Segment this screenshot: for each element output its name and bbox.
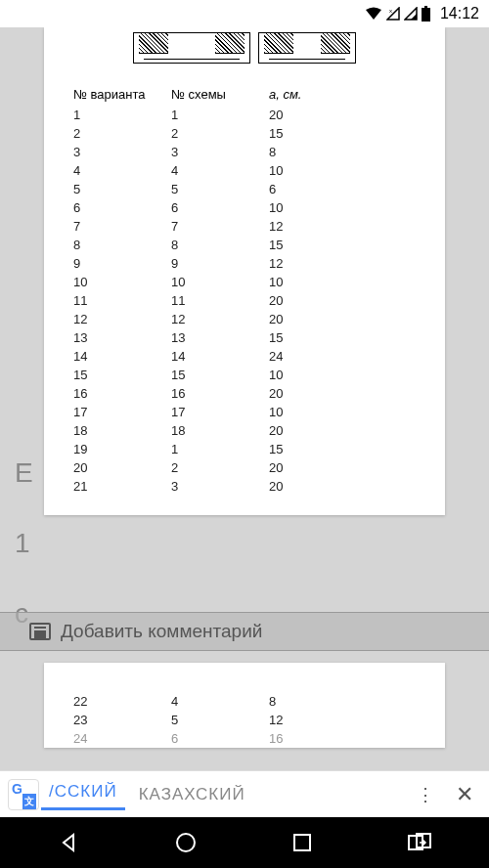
- cell-variant: 14: [73, 349, 171, 364]
- cell-a: 12: [269, 219, 416, 234]
- add-comment-bar[interactable]: Добавить комментарий: [0, 612, 489, 651]
- cell-variant: 21: [73, 479, 171, 494]
- table-row: 101010: [73, 273, 416, 291]
- cell-variant: 9: [73, 256, 171, 271]
- back-button[interactable]: [58, 832, 79, 853]
- table-row: 161620: [73, 384, 416, 403]
- background-text-hints: Е 1 с: [15, 457, 33, 629]
- cell-scheme: 16: [171, 386, 269, 401]
- cell-variant: 24: [73, 731, 171, 746]
- header-a-cm: a, см.: [269, 87, 416, 102]
- dual-window-button[interactable]: [408, 833, 431, 852]
- google-translate-bar: /ССКИЙ КАЗАХСКИЙ ⋮ ✕: [0, 770, 489, 817]
- table-row: 8815: [73, 236, 416, 254]
- cell-a: 20: [269, 386, 416, 401]
- diagram-left: [133, 32, 250, 64]
- cell-variant: 10: [73, 275, 171, 289]
- cell-scheme: 4: [171, 163, 269, 178]
- svg-text:x: x: [389, 8, 392, 14]
- more-options-icon[interactable]: ⋮: [409, 786, 442, 803]
- cell-a: 12: [269, 256, 416, 271]
- cell-a: 10: [269, 163, 416, 178]
- cell-scheme: 6: [171, 200, 269, 215]
- cell-variant: 8: [73, 238, 171, 252]
- cell-a: 6: [269, 182, 416, 196]
- cell-scheme: 1: [171, 442, 269, 456]
- cell-scheme: 6: [171, 731, 269, 746]
- cell-variant: 7: [73, 219, 171, 234]
- table-row: 9912: [73, 254, 416, 273]
- cell-variant: 13: [73, 330, 171, 345]
- signal-icon-1: x: [386, 7, 400, 21]
- cell-a: 12: [269, 713, 416, 727]
- cell-a: 15: [269, 238, 416, 252]
- table-row: 19115: [73, 440, 416, 458]
- cell-scheme: 14: [171, 349, 269, 364]
- cell-variant: 3: [73, 145, 171, 159]
- android-nav-bar: [0, 817, 489, 868]
- table-row: 141424: [73, 347, 416, 366]
- cell-variant: 20: [73, 460, 171, 475]
- language-kazakh[interactable]: КАЗАХСКИЙ: [131, 781, 253, 808]
- cell-variant: 17: [73, 405, 171, 419]
- table-row: 20220: [73, 458, 416, 477]
- cell-a: 8: [269, 145, 416, 159]
- cell-variant: 16: [73, 386, 171, 401]
- table-row: 556: [73, 180, 416, 198]
- cell-variant: 22: [73, 694, 171, 709]
- cell-a: 8: [269, 694, 416, 709]
- cell-variant: 5: [73, 182, 171, 196]
- cell-variant: 4: [73, 163, 171, 178]
- cell-variant: 6: [73, 200, 171, 215]
- cell-scheme: 3: [171, 479, 269, 494]
- document-viewer[interactable]: Е 1 с № варианта № схемы a, см. 11202215…: [0, 27, 489, 770]
- wifi-icon: [365, 7, 382, 21]
- table-row: 111120: [73, 291, 416, 310]
- cell-scheme: 7: [171, 219, 269, 234]
- table-row: 1120: [73, 106, 416, 124]
- cell-a: 20: [269, 479, 416, 494]
- cell-scheme: 5: [171, 713, 269, 727]
- variants-table: № варианта № схемы a, см. 11202215338441…: [44, 73, 445, 496]
- recent-apps-button[interactable]: [292, 833, 312, 852]
- table-row: 6610: [73, 198, 416, 217]
- cell-a: 20: [269, 460, 416, 475]
- table-row: 171710: [73, 403, 416, 421]
- table-row: 2248: [73, 692, 416, 711]
- home-button[interactable]: [175, 832, 197, 853]
- cell-a: 15: [269, 126, 416, 141]
- android-status-bar: x 14:12: [0, 0, 489, 27]
- cell-scheme: 1: [171, 108, 269, 122]
- cell-scheme: 4: [171, 694, 269, 709]
- svg-rect-1: [424, 6, 427, 8]
- cell-scheme: 11: [171, 293, 269, 308]
- cell-scheme: 8: [171, 238, 269, 252]
- table-row: 181820: [73, 421, 416, 440]
- technical-diagrams: [44, 27, 445, 73]
- cell-a: 10: [269, 405, 416, 419]
- signal-icon-2: [404, 7, 418, 21]
- cell-scheme: 18: [171, 423, 269, 438]
- cell-scheme: 9: [171, 256, 269, 271]
- google-translate-logo-icon[interactable]: [8, 779, 39, 810]
- table-row: 131315: [73, 328, 416, 347]
- cell-a: 20: [269, 423, 416, 438]
- cell-scheme: 2: [171, 126, 269, 141]
- cell-scheme: 12: [171, 312, 269, 326]
- cell-scheme: 13: [171, 330, 269, 345]
- cell-variant: 19: [73, 442, 171, 456]
- language-russian[interactable]: /ССКИЙ: [41, 778, 125, 810]
- comment-icon: [29, 623, 51, 640]
- cell-a: 20: [269, 108, 416, 122]
- close-icon[interactable]: ✕: [448, 784, 481, 805]
- cell-a: 15: [269, 330, 416, 345]
- table-row: 24616: [73, 729, 416, 748]
- table-row: 4410: [73, 161, 416, 180]
- cell-scheme: 15: [171, 368, 269, 382]
- table-row: 23512: [73, 711, 416, 729]
- add-comment-label: Добавить комментарий: [61, 621, 262, 642]
- cell-variant: 18: [73, 423, 171, 438]
- battery-icon: [422, 6, 430, 22]
- table-row: 21320: [73, 477, 416, 496]
- cell-a: 10: [269, 275, 416, 289]
